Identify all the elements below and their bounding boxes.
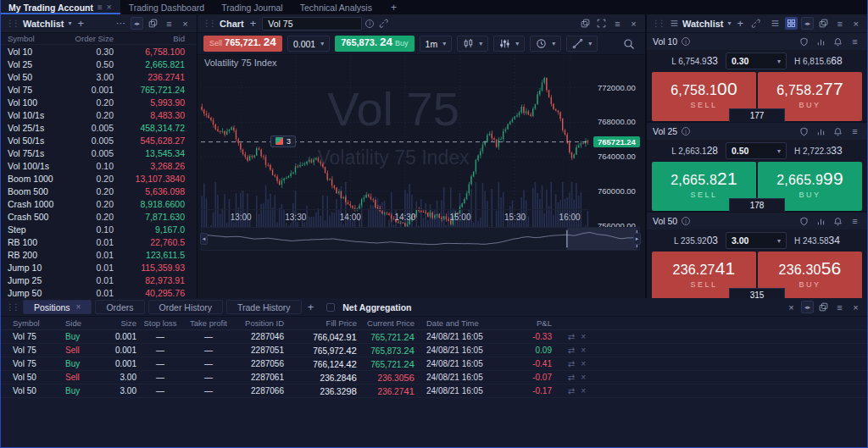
widget-menu-icon[interactable]: ≡ (849, 215, 861, 228)
info-icon[interactable]: i (682, 217, 690, 225)
col-position-id[interactable]: Position ID (233, 318, 284, 328)
watchlist-row[interactable]: Jump 25 0.01 82,973.91 (1, 274, 197, 286)
link-channel-icon[interactable] (377, 17, 390, 30)
position-take-profit[interactable]: — (184, 386, 233, 395)
duplicate-panel-icon[interactable] (817, 301, 830, 313)
watchlist-row[interactable]: Boom 1000 0.20 13,107.3840 (1, 172, 197, 185)
close-position-icon[interactable]: × (581, 386, 586, 395)
col-symbol[interactable]: Symbol (8, 34, 66, 43)
reverse-position-icon[interactable]: ⇄ (568, 332, 575, 341)
position-stop-loss[interactable]: — (136, 346, 184, 355)
watchlist-row[interactable]: Vol 75/1s 0.005 13,545.34 (1, 147, 197, 159)
watchlist-row[interactable]: Vol 10 0.30 6,758.100 (1, 45, 197, 58)
info-icon[interactable]: i (682, 127, 690, 136)
close-position-icon[interactable]: × (581, 346, 586, 355)
chart-symbol-input[interactable] (262, 17, 362, 30)
position-take-profit[interactable]: — (184, 373, 233, 382)
col-fill-price[interactable]: Fill Price (284, 318, 357, 328)
duplicate-panel-icon[interactable] (579, 17, 592, 30)
tab-technical-analysis[interactable]: Technical Analysis (292, 0, 381, 14)
time-axis[interactable]: 13:0013:3014:0014:3015:0015:3016:00 (201, 209, 589, 224)
sell-button[interactable]: Sell 765,721. 24 (203, 36, 282, 52)
drag-handle-icon[interactable]: ⋮⋮ (6, 19, 18, 28)
chevron-down-icon[interactable]: ▾ (728, 19, 732, 27)
grid-view-icon[interactable] (785, 17, 798, 30)
tab-positions[interactable]: Positions × (23, 300, 92, 314)
reverse-position-icon[interactable]: ⇄ (568, 346, 575, 355)
stats-icon[interactable] (815, 36, 827, 48)
watchlist-row[interactable]: Step 0.10 9,167.0 (1, 223, 197, 235)
close-panel-icon[interactable]: × (849, 301, 862, 313)
close-panel-icon[interactable]: × (627, 17, 640, 30)
position-take-profit[interactable]: — (184, 346, 233, 355)
tab-order-history[interactable]: Order History (148, 300, 223, 314)
info-icon[interactable]: i (682, 37, 690, 46)
protection-icon[interactable] (798, 215, 810, 228)
close-position-icon[interactable]: × (581, 332, 586, 341)
panel-menu-icon[interactable]: ≡ (163, 17, 175, 30)
drag-handle-icon[interactable]: ⋮⋮ (203, 19, 214, 28)
position-stop-loss[interactable]: — (136, 373, 184, 382)
alert-bell-icon[interactable] (832, 125, 844, 138)
list-view-icon[interactable] (769, 17, 782, 30)
watchlist-row[interactable]: Vol 100/1s 0.10 3,268.26 (1, 159, 197, 172)
chevron-down-icon[interactable]: ▾ (69, 19, 72, 27)
info-icon[interactable]: i (365, 19, 374, 28)
navigator-sparkline[interactable] (201, 227, 640, 251)
quantity-dropdown[interactable]: 0.001 ▾ (287, 36, 330, 52)
watchlist-row[interactable]: RB 200 0.01 123,611.5 (1, 248, 197, 261)
add-chart-button[interactable]: + (250, 18, 257, 29)
position-row[interactable]: Vol 50 Buy 3.00 — — 2287066 236.3298 236… (1, 384, 867, 398)
quantity-dropdown[interactable]: 3.00▾ (726, 232, 787, 249)
reverse-position-icon[interactable]: ⇄ (568, 386, 575, 395)
tab-orders[interactable]: Orders (95, 300, 144, 314)
col-date-time[interactable]: Date and Time (426, 318, 508, 328)
watchlist-row[interactable]: Vol 25 0.50 2,665.821 (1, 58, 197, 70)
close-position-icon[interactable]: × (581, 359, 586, 368)
watchlist-row[interactable]: Boom 500 0.20 5,636.098 (1, 185, 197, 197)
protection-icon[interactable] (798, 125, 810, 138)
drawing-tools-dropdown[interactable]: ▾ (566, 36, 598, 52)
tab-close-icon[interactable]: × (76, 302, 81, 312)
close-view-icon[interactable]: × (785, 301, 798, 313)
col-symbol[interactable]: Symbol (13, 318, 65, 328)
duplicate-panel-icon[interactable] (147, 17, 159, 30)
navigator-left-arrow[interactable]: ◂ (200, 233, 208, 245)
drag-handle-icon[interactable]: ⋮⋮ (6, 302, 18, 312)
tab-menu-icon[interactable]: ≡ (97, 3, 103, 12)
split-view-icon[interactable]: ◂▸ (801, 17, 814, 30)
col-bid[interactable]: Bid (114, 34, 185, 43)
watchlist-row[interactable]: Crash 1000 0.20 8,918.6600 (1, 197, 197, 210)
add-view-button[interactable]: + (308, 301, 314, 312)
split-view-icon[interactable]: ◂▸ (801, 301, 814, 313)
watchlist-row[interactable]: Crash 500 0.20 7,871.630 (1, 210, 197, 223)
tab-close-icon[interactable]: × (107, 3, 112, 12)
stats-icon[interactable] (815, 215, 827, 228)
watchlist-row[interactable]: Vol 75 0.001 765,721.24 (1, 83, 197, 96)
panel-menu-icon[interactable]: ≡ (833, 301, 846, 313)
stats-icon[interactable] (815, 125, 827, 138)
indicators-dropdown[interactable]: ▾ (493, 36, 525, 52)
position-row[interactable]: Vol 50 Sell 3.00 — — 2287061 236.2846 23… (1, 371, 867, 384)
timeframe-dropdown[interactable]: 1m ▾ (420, 36, 453, 52)
tab-trading-journal[interactable]: Trading Journal (213, 0, 292, 14)
protection-icon[interactable] (798, 36, 810, 48)
watchlist-row[interactable]: Vol 25/1s 0.005 458,314.72 (1, 121, 197, 134)
col-stop-loss[interactable]: Stop loss (136, 318, 184, 328)
position-take-profit[interactable]: — (184, 332, 233, 341)
col-side[interactable]: Side (65, 318, 97, 328)
panel-menu-icon[interactable]: ≡ (611, 17, 624, 30)
close-panel-icon[interactable]: × (179, 17, 192, 30)
add-symbol-button[interactable]: + (78, 18, 85, 29)
price-axis[interactable]: 765721.24 772000.00768000.00764000.00760… (591, 55, 645, 250)
col-pnl[interactable]: P&L (508, 318, 552, 328)
watchlist-row[interactable]: Vol 50 3.00 236.2741 (1, 70, 197, 83)
position-stop-loss[interactable]: — (136, 332, 184, 341)
watchlist-row[interactable]: Vol 10/1s 0.20 8,483.30 (1, 108, 197, 121)
watchlist-row[interactable]: Vol 50/1s 0.005 545,628.27 (1, 134, 197, 147)
position-row[interactable]: Vol 75 Buy 0.001 — — 2287046 766,042.91 … (1, 330, 867, 344)
fullscreen-icon[interactable] (595, 17, 608, 30)
zoom-tool-button[interactable] (619, 36, 639, 52)
watchlist-row[interactable]: Jump 10 0.01 115,359.93 (1, 261, 197, 274)
net-aggregation-checkbox[interactable] (326, 303, 335, 312)
